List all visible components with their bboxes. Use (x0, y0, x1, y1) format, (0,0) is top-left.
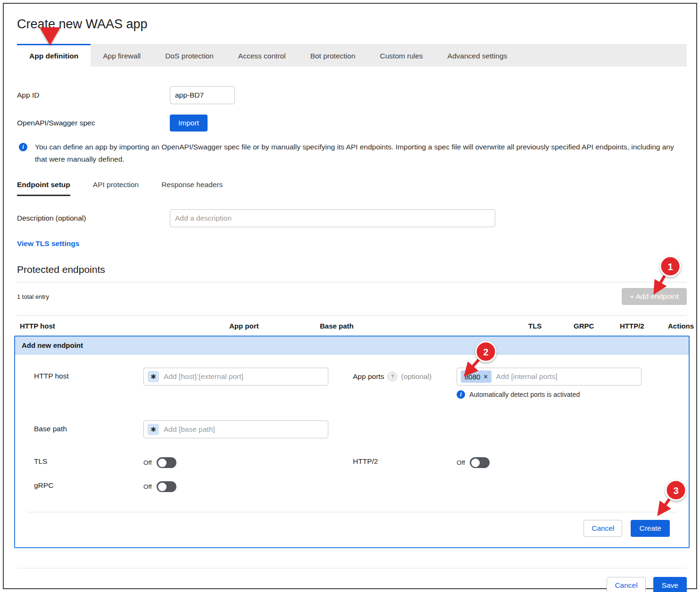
grpc-toggle-group: Off (143, 481, 176, 492)
swagger-spec-label: OpenAPI/Swagger spec (17, 119, 170, 127)
required-icon: ✱ (148, 424, 159, 435)
app-id-input[interactable] (170, 86, 235, 104)
grpc-label: gRPC (27, 481, 143, 490)
col-tls: TLS (525, 322, 571, 330)
endpoint-create-button[interactable]: Create (631, 520, 670, 537)
subtab-endpoint-setup[interactable]: Endpoint setup (17, 181, 70, 196)
grpc-toggle-state: Off (143, 483, 152, 490)
tab-custom-rules[interactable]: Custom rules (367, 44, 435, 66)
tab-app-firewall[interactable]: App firewall (91, 44, 153, 66)
tls-toggle-group: Off (143, 457, 328, 468)
subtab-response-headers[interactable]: Response headers (161, 181, 223, 196)
base-path-input-box: ✱ (143, 420, 328, 438)
tab-access-control[interactable]: Access control (226, 44, 298, 66)
optional-text: (optional) (401, 372, 432, 381)
col-http2: HTTP/2 (617, 322, 665, 330)
http-host-input-box: ✱ (143, 368, 328, 386)
description-input[interactable] (170, 209, 495, 227)
app-ports-label: App ports ? (optional) (346, 372, 457, 381)
spec-info-banner: i You can define an app by importing an … (19, 141, 687, 165)
dialog-save-button[interactable]: Save (653, 577, 687, 592)
protected-endpoints-heading: Protected endpoints (17, 264, 687, 282)
http2-toggle[interactable] (470, 457, 490, 468)
tab-app-definition[interactable]: App definition (17, 44, 91, 66)
required-icon: ✱ (148, 371, 159, 382)
col-grpc: GRPC (571, 322, 617, 330)
chip-remove-icon[interactable]: × (483, 373, 487, 380)
tab-advanced-settings[interactable]: Advanced settings (435, 44, 520, 66)
col-app-port: App port (226, 322, 317, 330)
endpoints-table-header: HTTP host App port Base path TLS GRPC HT… (17, 315, 687, 336)
base-path-input[interactable] (163, 425, 324, 434)
info-icon: i (19, 143, 27, 151)
tab-dos-protection[interactable]: DoS protection (153, 44, 226, 66)
http2-toggle-state: Off (457, 459, 465, 466)
port-chip: 8080 × (461, 370, 492, 383)
tls-label: TLS (27, 457, 143, 466)
tab-bot-protection[interactable]: Bot protection (298, 44, 368, 66)
http2-toggle-group: Off (457, 457, 490, 468)
tls-toggle-state: Off (143, 459, 152, 466)
col-http-host: HTTP host (17, 322, 226, 330)
app-ports-input[interactable] (495, 372, 637, 381)
tls-toggle[interactable] (157, 457, 176, 468)
info-icon: i (457, 390, 465, 399)
base-path-label: Base path (27, 425, 143, 433)
http2-label: HTTP/2 (346, 457, 457, 466)
grpc-toggle[interactable] (157, 481, 176, 492)
port-chip-value: 8080 (465, 373, 480, 381)
dialog-cancel-button[interactable]: Cancel (607, 577, 645, 592)
add-endpoint-panel-title: Add new endpoint (15, 337, 689, 354)
add-endpoint-panel: Add new endpoint HTTP host ✱ App ports ?… (14, 336, 690, 548)
spec-info-text: You can define an app by importing an Op… (35, 141, 687, 165)
main-tabs: App definition App firewall DoS protecti… (17, 44, 687, 66)
description-label: Description (optional) (17, 214, 170, 222)
entry-count: 1 total entry (17, 293, 49, 300)
auto-detect-ports-text: Automatically detect ports is activated (469, 391, 580, 398)
http-host-input[interactable] (163, 372, 324, 381)
endpoint-cancel-button[interactable]: Cancel (583, 520, 622, 537)
col-actions: Actions (665, 322, 694, 330)
page-title: Create new WAAS app (17, 17, 696, 32)
subtab-api-protection[interactable]: API protection (93, 181, 139, 196)
import-button[interactable]: Import (170, 115, 208, 132)
app-id-label: App ID (17, 91, 170, 99)
auto-detect-ports-hint: i Automatically detect ports is activate… (457, 390, 642, 399)
add-endpoint-button[interactable]: + Add endpoint (622, 288, 687, 305)
http-host-label: HTTP host (27, 372, 143, 380)
app-ports-input-box: 8080 × (457, 368, 642, 386)
endpoint-subtabs: Endpoint setup API protection Response h… (17, 181, 696, 196)
view-tls-settings-link[interactable]: View TLS settings (17, 239, 79, 248)
col-base-path: Base path (317, 322, 525, 330)
create-waas-app-dialog: Create new WAAS app App definition App f… (3, 3, 697, 589)
help-icon[interactable]: ? (388, 372, 397, 381)
